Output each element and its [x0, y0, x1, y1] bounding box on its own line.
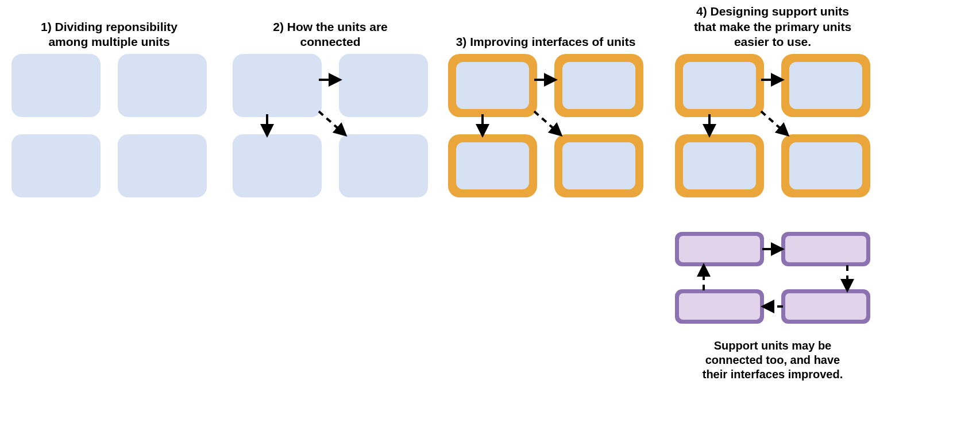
panel-4: 4) Designing support units that make the… [658, 0, 888, 382]
panel-2-title-row: 2) How the units are connected [227, 0, 434, 49]
unit-box [11, 134, 101, 197]
diagram-stage: 1) Dividing reponsibility among multiple… [0, 0, 980, 423]
panel-1: 1) Dividing reponsibility among multiple… [6, 0, 213, 203]
panel-1-title-row: 1) Dividing reponsibility among multiple… [6, 0, 213, 49]
panel-3-diagram [448, 54, 643, 203]
unit-box [118, 54, 207, 117]
panel-1-diagram [11, 54, 207, 203]
panel-1-boxes [11, 54, 207, 203]
panel-2-arrows [233, 54, 428, 203]
support-arrows [675, 226, 870, 335]
unit-box [118, 134, 207, 197]
panel-2-title: 2) How the units are connected [273, 20, 388, 50]
support-caption: Support units may be connected too, and … [658, 339, 888, 382]
arrow-diagonal-dashed-icon [534, 111, 560, 134]
support-units-diagram [675, 226, 870, 335]
panel-2: 2) How the units are connected [227, 0, 434, 203]
unit-box [11, 54, 101, 117]
panel-3-arrows [448, 54, 643, 203]
arrow-diagonal-dashed-icon [761, 111, 787, 134]
panel-4-title-row: 4) Designing support units that make the… [658, 0, 888, 49]
panel-4-title: 4) Designing support units that make the… [694, 4, 851, 49]
panel-3: 3) Improving interfaces of units [442, 0, 649, 203]
panel-3-title: 3) Improving interfaces of units [456, 34, 636, 49]
panel-4-arrows [675, 54, 870, 203]
panel-1-title: 1) Dividing reponsibility among multiple… [41, 20, 178, 50]
panel-4-diagram [675, 54, 870, 203]
arrow-diagonal-dashed-icon [319, 111, 345, 134]
panel-2-diagram [233, 54, 428, 203]
panel-3-title-row: 3) Improving interfaces of units [442, 0, 649, 49]
